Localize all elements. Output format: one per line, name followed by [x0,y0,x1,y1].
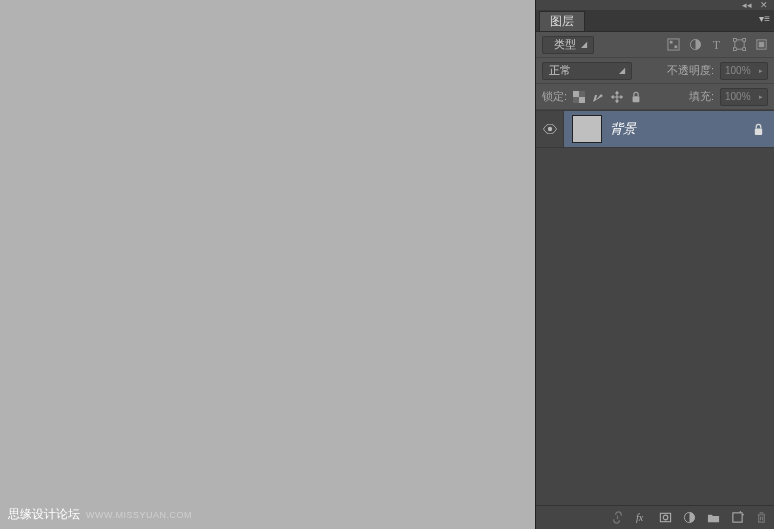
new-group-icon[interactable] [707,511,720,524]
tab-label: 图层 [550,13,574,30]
svg-rect-13 [759,42,764,47]
svg-rect-18 [633,96,640,102]
svg-rect-11 [743,48,746,51]
layer-name[interactable]: 背景 [610,120,753,138]
svg-rect-22 [660,513,670,521]
canvas-area[interactable]: 思缘设计论坛 WWW.MISSYUAN.COM [0,0,535,529]
lock-icons [573,91,642,103]
fill-input[interactable]: 100% ▸ [720,88,768,106]
filter-text-icon[interactable]: T [711,38,724,51]
chevron-down-icon: ◢ [619,66,625,75]
svg-rect-9 [743,38,746,41]
layer-thumbnail[interactable] [572,115,602,143]
adjustment-layer-icon[interactable] [683,511,696,524]
layer-row[interactable]: 背景 [536,110,774,148]
svg-rect-25 [733,513,742,522]
svg-text:T: T [713,38,721,51]
svg-rect-16 [579,91,585,97]
filter-type-label: 类型 [554,37,576,52]
filter-smart-icon[interactable] [755,38,768,51]
link-layers-icon [611,511,624,524]
eye-icon [543,124,557,134]
layer-mask-icon[interactable] [659,511,672,524]
svg-rect-10 [733,48,736,51]
svg-rect-14 [573,91,579,97]
filter-shape-icon[interactable] [733,38,746,51]
svg-point-19 [547,127,551,131]
svg-rect-8 [733,38,736,41]
watermark-text: 思缘设计论坛 [8,506,80,523]
lock-position-icon[interactable] [611,91,623,103]
fill-value: 100% [725,91,751,102]
lock-icon [753,123,764,136]
delete-layer-icon [755,511,768,524]
filter-adjustment-icon[interactable] [689,38,702,51]
filter-pixel-icon[interactable] [667,38,680,51]
opacity-label: 不透明度: [667,63,714,78]
chevron-down-icon: ◢ [581,40,587,49]
filter-icons: T [667,38,768,51]
svg-rect-17 [573,97,579,103]
svg-rect-4 [674,45,677,48]
svg-rect-3 [670,41,673,44]
watermark-url: WWW.MISSYUAN.COM [86,510,192,520]
lock-label: 锁定: [542,89,567,104]
new-layer-icon[interactable] [731,511,744,524]
filter-row: 类型 ◢ T [536,32,774,58]
svg-rect-15 [579,97,585,103]
chevron-right-icon: ▸ [759,93,763,101]
panel-footer: fx [536,505,774,529]
svg-point-23 [663,515,668,520]
panel-body: 类型 ◢ T 正常 ◢ 不透明度: 100% ▸ 锁 [536,32,774,529]
opacity-value: 100% [725,65,751,76]
opacity-input[interactable]: 100% ▸ [720,62,768,80]
close-icon[interactable]: ✕ [760,0,768,10]
svg-text:fx: fx [636,512,644,523]
panel-menu-icon[interactable]: ▾≡ [759,14,770,24]
tab-layers[interactable]: 图层 [539,11,585,31]
lock-transparency-icon[interactable] [573,91,585,103]
blend-opacity-row: 正常 ◢ 不透明度: 100% ▸ [536,58,774,84]
panel-titlebar: ◂◂ ✕ [536,0,774,10]
filter-type-dropdown[interactable]: 类型 ◢ [542,36,594,54]
blend-mode-dropdown[interactable]: 正常 ◢ [542,62,632,80]
panel-tab-bar: 图层 ▾≡ [536,10,774,32]
fill-label: 填充: [689,89,714,104]
layer-list: 背景 [536,110,774,505]
lock-pixels-icon[interactable] [592,91,604,103]
lock-fill-row: 锁定: 填充: 100% ▸ [536,84,774,110]
collapse-icon[interactable]: ◂◂ [742,0,752,10]
svg-rect-2 [668,39,679,50]
watermark: 思缘设计论坛 WWW.MISSYUAN.COM [8,506,192,523]
visibility-toggle[interactable] [536,111,564,147]
svg-rect-20 [755,128,762,134]
layer-style-icon[interactable]: fx [635,511,648,524]
lock-all-icon[interactable] [630,91,642,103]
layers-panel: ◂◂ ✕ 图层 ▾≡ 类型 ◢ T [535,0,774,529]
blend-mode-label: 正常 [549,63,571,78]
chevron-right-icon: ▸ [759,67,763,75]
